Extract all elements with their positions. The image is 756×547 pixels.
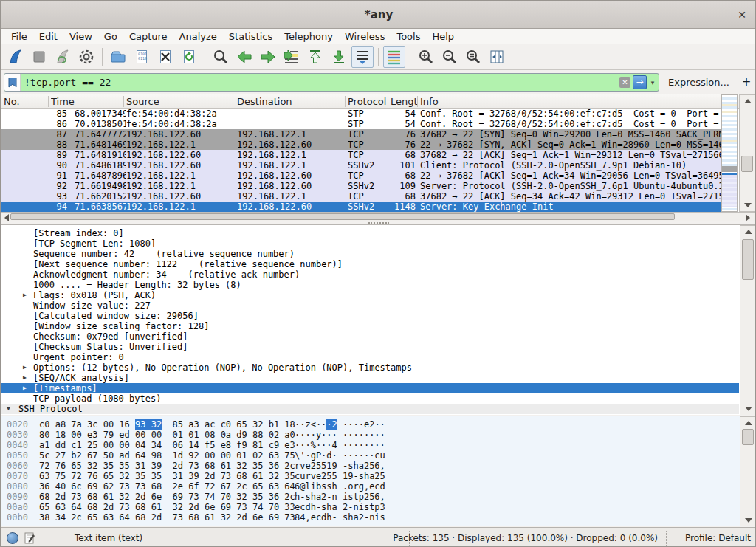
hex-row[interactable]: 00505c 27 b2 67 50 ad 64 98 1d 92 00 00 … [1, 450, 739, 461]
menu-capture[interactable]: Capture [123, 30, 173, 43]
expert-info-icon[interactable] [7, 532, 18, 544]
go-last-packet-button[interactable] [328, 46, 350, 68]
go-forward-button[interactable] [257, 46, 279, 68]
hex-row[interactable]: 007063 75 72 76 65 32 35 35 31 39 2d 73 … [1, 471, 739, 481]
auto-scroll-button[interactable] [351, 46, 374, 68]
hex-row[interactable]: 00a065 63 64 68 2d 73 68 61 32 2d 6e 69 … [1, 502, 739, 512]
packet-row[interactable]: 9271.661949820192.168.122.1192.168.122.6… [1, 181, 721, 191]
expander-closed-icon[interactable]: ▶ [23, 290, 27, 300]
capture-options-button[interactable] [75, 46, 97, 68]
hex-ascii[interactable]: 6@libssh .org,ecd [295, 481, 385, 492]
hex-ascii[interactable]: rve25519 -sha256, [295, 461, 385, 471]
hex-bytes[interactable]: c0 a8 7a 3c 00 16 93 32 85 a3 ac c0 65 3… [39, 419, 295, 430]
detail-line[interactable]: [Stream index: 0] [1, 228, 739, 238]
hex-row[interactable]: 009068 2d 73 68 61 32 2d 6e 69 73 74 70 … [1, 492, 739, 502]
restart-capture-button[interactable] [52, 46, 74, 68]
display-filter-input[interactable]: !tcp.port == 22 ✕ → ▾ [4, 73, 659, 92]
menu-view[interactable]: View [63, 30, 98, 43]
filter-add-button[interactable]: + [740, 75, 752, 89]
packet-row[interactable]: 8771.647777234192.168.122.60192.168.122.… [1, 129, 721, 140]
detail-line[interactable]: ▶Flags: 0x018 (PSH, ACK) [1, 290, 739, 300]
hex-ascii[interactable]: 84,ecdh- sha2-nis [295, 512, 385, 523]
filter-apply-icon[interactable]: → [633, 75, 647, 89]
title-bar[interactable]: *any ✕ [1, 1, 756, 29]
menu-statistics[interactable]: Statistics [223, 30, 278, 43]
menu-analyze[interactable]: Analyze [173, 30, 223, 43]
hex-bytes[interactable]: 36 40 6c 69 62 73 73 68 2e 6f 72 67 2c 6… [39, 481, 295, 492]
detail-line[interactable]: ▶[Timestamps] [1, 383, 739, 393]
zoom-out-button[interactable] [439, 46, 461, 68]
go-back-button[interactable] [233, 46, 255, 68]
detail-line[interactable]: Window size value: 227 [1, 300, 739, 311]
filter-bookmark-icon[interactable] [4, 74, 21, 91]
detail-line[interactable]: [Checksum Status: Unverified] [1, 342, 739, 352]
detail-line[interactable]: [Next sequence number: 1122 (relative se… [1, 259, 739, 269]
menu-wireless[interactable]: Wireless [339, 30, 391, 43]
detail-line[interactable]: Urgent pointer: 0 [1, 352, 739, 362]
expander-closed-icon[interactable]: ▶ [23, 383, 27, 393]
menu-go[interactable]: Go [98, 30, 123, 43]
colorize-packets-button[interactable] [383, 46, 405, 68]
filter-clear-icon[interactable]: ✕ [619, 77, 630, 88]
hex-ascii[interactable]: ··z<···2 ····e2·· [295, 419, 385, 430]
stop-capture-button[interactable] [28, 46, 50, 68]
menu-edit[interactable]: Edit [33, 30, 63, 43]
hex-row[interactable]: 00b038 34 2c 65 63 64 68 2d 73 68 61 32 … [1, 512, 739, 523]
col-protocol[interactable]: Protocol [348, 96, 386, 107]
hex-ascii[interactable]: h-sha2-n istp256, [295, 492, 385, 502]
detail-line[interactable]: Checksum: 0x79ed [unverified] [1, 331, 739, 342]
detail-line[interactable]: ▶SSH Version 2 (encryption:chacha20-poly… [1, 414, 739, 415]
detail-line[interactable]: ▶[SEQ/ACK analysis] [1, 373, 739, 383]
detail-line[interactable]: ▼SSH Protocol [1, 404, 739, 414]
detail-line[interactable]: TCP payload (1080 bytes) [1, 393, 739, 404]
start-capture-button[interactable] [4, 46, 27, 68]
detail-line[interactable]: [Calculated window size: 29056] [1, 311, 739, 321]
hex-row[interactable]: 0020c0 a8 7a 3c 00 16 93 32 85 a3 ac c0 … [1, 419, 739, 430]
expander-closed-icon[interactable]: ▶ [23, 414, 27, 415]
hex-bytes[interactable]: a1 dd c1 25 00 00 04 34 06 14 f5 e8 f9 8… [39, 440, 295, 450]
packet-row[interactable]: 9471.663856741192.168.122.1192.168.122.6… [1, 202, 721, 212]
hex-ascii[interactable]: ····y··· ········ [295, 430, 385, 440]
hex-bytes[interactable]: 80 18 00 e3 79 ed 00 00 01 01 08 0a d9 8… [39, 430, 295, 440]
col-no[interactable]: No. [4, 96, 20, 107]
hex-row[interactable]: 003080 18 00 e3 79 ed 00 00 01 01 08 0a … [1, 430, 739, 440]
packet-row[interactable]: 9371.662015274192.168.122.60192.168.122.… [1, 191, 721, 202]
hex-ascii[interactable]: \'·gP·d· ······cu [295, 450, 385, 461]
detail-line[interactable]: Acknowledgment number: 34 (relative ack … [1, 269, 739, 280]
col-time[interactable]: Time [51, 96, 75, 107]
packet-minimap[interactable] [721, 94, 738, 212]
go-first-packet-button[interactable] [304, 46, 326, 68]
packet-row[interactable]: 9071.648618924192.168.122.60192.168.122.… [1, 160, 721, 171]
col-info[interactable]: Info [420, 96, 439, 107]
hex-ascii[interactable]: curve255 19-sha25 [295, 471, 385, 481]
find-packet-button[interactable] [210, 46, 232, 68]
detail-line[interactable]: 1000 .... = Header Length: 32 bytes (8) [1, 280, 739, 290]
go-to-packet-button[interactable] [281, 46, 303, 68]
expander-closed-icon[interactable]: ▶ [23, 373, 27, 383]
menu-help[interactable]: Help [426, 30, 460, 43]
filter-dropdown-icon[interactable]: ▾ [648, 79, 657, 86]
hex-bytes[interactable]: 68 2d 73 68 61 32 2d 6e 69 73 74 70 32 3… [39, 492, 295, 502]
capture-comment-icon[interactable] [24, 532, 35, 546]
resize-columns-button[interactable] [486, 46, 508, 68]
expression-button[interactable]: Expression... [668, 77, 729, 88]
detail-line[interactable]: [TCP Segment Len: 1080] [1, 238, 739, 249]
hex-row[interactable]: 0040a1 dd c1 25 00 00 04 34 06 14 f5 e8 … [1, 440, 739, 450]
detail-line[interactable]: ▶Options: (12 bytes), No-Operation (NOP)… [1, 362, 739, 373]
hex-ascii[interactable]: ecdh-sha 2-nistp3 [295, 502, 385, 512]
hex-row[interactable]: 006072 76 65 32 35 35 31 39 2d 73 68 61 … [1, 461, 739, 471]
close-file-button[interactable] [154, 46, 176, 68]
hex-vscrollbar[interactable] [740, 416, 756, 526]
hex-row[interactable]: 008036 40 6c 69 62 73 73 68 2e 6f 72 67 … [1, 481, 739, 492]
col-source[interactable]: Source [126, 96, 159, 107]
hex-bytes[interactable]: 38 34 2c 65 63 64 68 2d 73 68 61 32 2d 6… [39, 512, 295, 523]
menu-file[interactable]: File [5, 30, 33, 43]
close-icon[interactable]: ✕ [735, 7, 749, 22]
reload-file-button[interactable] [178, 46, 200, 68]
detail-line[interactable]: Sequence number: 42 (relative sequence n… [1, 249, 739, 259]
hex-bytes[interactable]: 63 75 72 76 65 32 35 35 31 39 2d 73 68 6… [39, 471, 295, 481]
packet-row[interactable]: 8568.001734936fe:54:00:d4:38:2aSTP54Conf… [1, 109, 721, 119]
menu-telephony[interactable]: Telephony [278, 30, 339, 43]
save-file-button[interactable]: 01010110 [131, 46, 153, 68]
expander-closed-icon[interactable]: ▶ [23, 362, 27, 373]
